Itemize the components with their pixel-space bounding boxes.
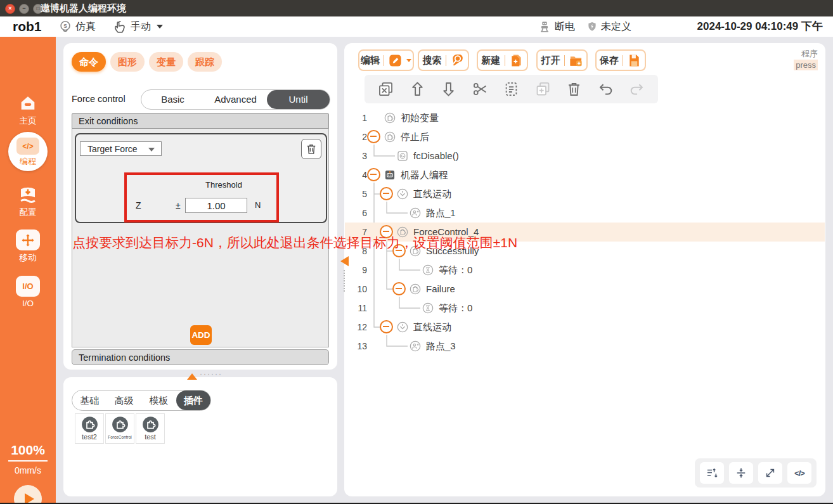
tree-row-12[interactable]: 12直线运动 xyxy=(344,318,825,337)
clear-selection-button[interactable] xyxy=(377,81,394,98)
collapse-toggle-icon[interactable] xyxy=(380,320,393,333)
plugin-tile-test2[interactable]: test2 xyxy=(75,413,104,444)
tree-node-label: 等待：0 xyxy=(439,299,472,318)
plugin-tile-ForceControl[interactable]: ForceControl xyxy=(105,413,134,444)
search-button[interactable]: 搜索 xyxy=(418,49,469,71)
tree-row-13[interactable]: 13路点_3 xyxy=(344,337,825,356)
delete-button[interactable] xyxy=(565,81,583,98)
sidebar-item-code[interactable]: </>编程 xyxy=(8,132,48,171)
tree-node-label: 机器人编程 xyxy=(401,165,448,184)
sidebar-item-label: 主页 xyxy=(0,115,56,127)
expand-view-button[interactable] xyxy=(758,462,782,484)
safety-status[interactable]: 未定义 xyxy=(586,16,631,37)
move-cross-icon xyxy=(20,233,36,248)
sidebar-item-config[interactable]: 配置 xyxy=(0,184,56,218)
new-button[interactable]: 新建 xyxy=(477,49,528,71)
tree-node-label: fcDisable() xyxy=(413,146,459,165)
condition-type-dropdown[interactable]: Target Force xyxy=(80,141,162,156)
delete-condition-button[interactable] xyxy=(301,139,321,159)
simulation-toggle[interactable]: S 仿真 xyxy=(58,16,96,37)
power-status[interactable]: 断电 xyxy=(538,16,575,37)
sidebar-item-io[interactable]: I/OI/O xyxy=(0,276,56,308)
tree-row-3[interactable]: 3fcDisable() xyxy=(344,146,825,165)
vertical-divider-handle[interactable] xyxy=(340,256,349,266)
move-down-button[interactable] xyxy=(440,81,457,98)
robot-power-icon xyxy=(538,20,552,34)
mode-until[interactable]: Until xyxy=(267,90,330,109)
tree-node-label: 直线运动 xyxy=(413,318,451,337)
chevron-down-icon xyxy=(406,59,411,62)
plugin-tile-test[interactable]: test xyxy=(136,413,165,444)
edit-button[interactable]: 编辑 xyxy=(358,49,414,71)
move-icon xyxy=(16,229,40,250)
window-minimize-button[interactable]: − xyxy=(19,4,29,14)
speed-percent[interactable]: 100% xyxy=(0,443,56,462)
button-label: 新建 xyxy=(482,55,501,67)
code-view-button[interactable]: </> xyxy=(787,462,811,484)
tree-row-10[interactable]: 10Failure xyxy=(344,280,825,299)
copy-button[interactable] xyxy=(503,81,520,98)
tree-row-number: 11 xyxy=(349,299,367,318)
exit-conditions-header[interactable]: Exit conditions xyxy=(72,113,329,129)
collapse-toggle-icon[interactable] xyxy=(392,282,406,295)
mode-basic[interactable]: Basic xyxy=(141,90,204,109)
script-node-icon xyxy=(396,150,409,162)
open-button[interactable]: 打开 xyxy=(536,49,588,71)
library-tab-插件[interactable]: 插件 xyxy=(176,391,211,410)
library-tab-模板[interactable]: 模板 xyxy=(141,391,176,410)
sortlist-icon xyxy=(706,467,718,479)
robotsq-node-icon xyxy=(384,169,396,181)
add-condition-button[interactable]: ADD xyxy=(190,325,212,345)
menu-bar: rob1 S 仿真 手动 断电 未定义 2024-10-29 04:10:49 … xyxy=(0,16,833,37)
save-button[interactable]: 保存 xyxy=(595,49,646,71)
tab-图形[interactable]: 图形 xyxy=(110,52,145,72)
tree-row-9[interactable]: 9等待：0 xyxy=(344,261,825,280)
tree-row-4[interactable]: 4机器人编程 xyxy=(344,165,825,184)
chevron-down-icon xyxy=(157,25,163,29)
tab-变量[interactable]: 变量 xyxy=(149,52,183,72)
red-annotation-text: 点按要求到达目标力-6N，所以此处退出条件选择目标力，设置阈值范围±1N xyxy=(72,234,517,252)
tree-row-number: 9 xyxy=(349,261,367,280)
mode-advanced[interactable]: Advanced xyxy=(204,90,267,109)
timestamp: 2024-10-29 04:10:49 下午 xyxy=(697,16,823,37)
library-tab-高级[interactable]: 高级 xyxy=(107,391,142,410)
exit-condition-card: Target Force Threshold Z ± N xyxy=(75,133,327,223)
mode-dropdown[interactable]: 手动 xyxy=(112,16,163,37)
wait-node-icon xyxy=(422,302,434,314)
edit-toolbar xyxy=(365,75,658,103)
threshold-input[interactable] xyxy=(185,198,247,213)
sidebar-item-label: 配置 xyxy=(0,207,56,218)
button-separator xyxy=(384,55,384,66)
tree-row-1[interactable]: 1初始变量 xyxy=(344,108,825,127)
plugin-label: ForceControl xyxy=(106,433,134,441)
collapse-toggle-icon[interactable] xyxy=(367,168,380,181)
tree-row-2[interactable]: 2停止后 xyxy=(344,127,825,146)
collapse-toggle-icon[interactable] xyxy=(367,130,380,143)
move-up-button[interactable] xyxy=(409,81,426,98)
cut-button[interactable] xyxy=(472,81,489,98)
tab-跟踪[interactable]: 跟踪 xyxy=(188,52,222,72)
tree-row-5[interactable]: 5直线运动 xyxy=(344,184,825,204)
sort-order-button[interactable] xyxy=(700,462,724,484)
code-tag-icon: </> xyxy=(16,138,39,155)
tab-命令[interactable]: 命令 xyxy=(72,52,106,72)
tree-row-11[interactable]: 11等待：0 xyxy=(344,299,825,318)
hand-icon xyxy=(112,19,127,34)
plugin-label: test xyxy=(136,433,164,441)
termination-conditions-header[interactable]: Termination conditions xyxy=(72,349,329,365)
tree-row-6[interactable]: 6路点_1 xyxy=(344,204,825,223)
window-close-button[interactable]: × xyxy=(5,4,15,14)
undo-button[interactable] xyxy=(597,81,614,98)
sidebar-item-move[interactable]: 移动 xyxy=(0,229,56,264)
play-button[interactable] xyxy=(14,485,42,504)
vertical-divider-dots xyxy=(344,270,345,292)
collapse-toggle-icon[interactable] xyxy=(380,187,393,200)
button-separator xyxy=(564,55,565,66)
horizontal-divider-handle[interactable] xyxy=(187,373,197,380)
sidebar-item-home[interactable]: 主页 xyxy=(0,93,56,127)
sidebar: 主页</>编程配置移动I/OI/O 100% 0mm/s ???? xyxy=(0,37,56,504)
library-tab-基础[interactable]: 基础 xyxy=(72,391,107,410)
tree-row-number: 4 xyxy=(349,165,367,184)
collapse-all-button[interactable] xyxy=(729,462,753,484)
horizontal-divider-dots: ······ xyxy=(200,370,223,378)
